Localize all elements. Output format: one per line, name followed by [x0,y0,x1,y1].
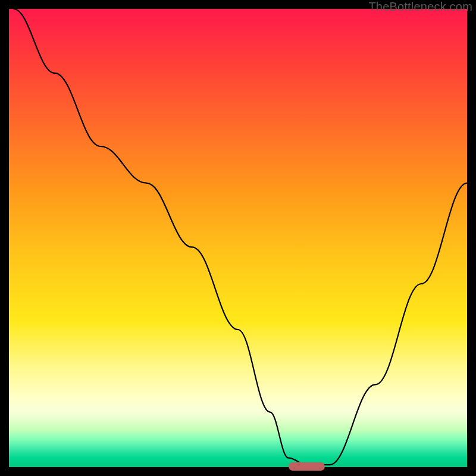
curve-svg [9,9,467,467]
watermark-text: TheBottleneck.com [368,0,472,14]
bottleneck-chart: TheBottleneck.com [0,0,476,476]
bottleneck-curve-path [14,9,467,465]
plot-area [9,9,467,467]
optimal-marker [289,462,325,471]
